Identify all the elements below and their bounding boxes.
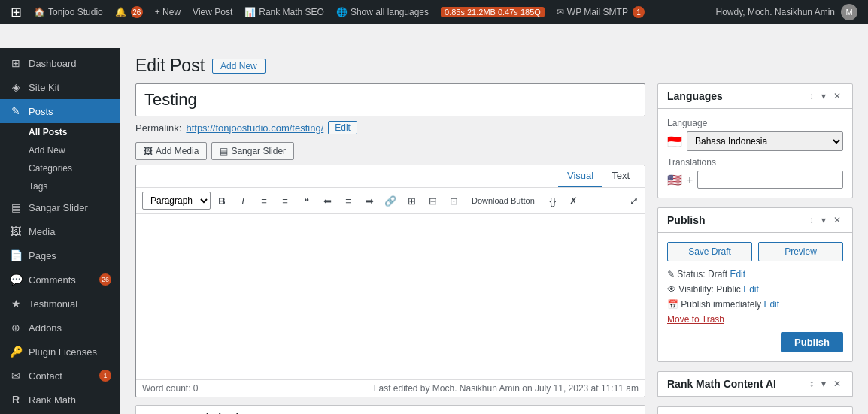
plugin-licenses-icon: 🔑 <box>9 346 23 358</box>
sidebar-item-label: Comments <box>29 274 76 286</box>
expand-icon[interactable]: ⤢ <box>630 195 639 207</box>
add-new-item[interactable]: + New <box>149 0 187 24</box>
visibility-row: 👁 Visibility: Public Edit <box>667 284 843 295</box>
align-right-button[interactable]: ➡ <box>360 191 379 210</box>
site-name-item[interactable]: 🏠 Tonjoo Studio <box>28 0 109 24</box>
bold-button[interactable]: B <box>212 191 232 210</box>
notifications-item[interactable]: 🔔 26 <box>109 0 149 24</box>
sidebar-item-pages[interactable]: 📄 Pages <box>0 243 120 267</box>
publish-close-icon[interactable]: ✕ <box>831 214 843 226</box>
clear-formatting-button[interactable]: ✗ <box>564 191 584 210</box>
sidebar-item-comments[interactable]: 💬 Comments 26 <box>0 267 120 292</box>
sidebar-item-site-kit[interactable]: ◈ Site Kit <box>0 75 120 99</box>
perf-item[interactable]: 0.85s 21.2MB 0.47s 185Q <box>435 0 551 24</box>
sidebar-item-posts[interactable]: ✎ Posts <box>0 99 120 123</box>
publish-time-edit-link[interactable]: Edit <box>763 299 779 310</box>
unordered-list-button[interactable]: ≡ <box>254 191 274 210</box>
code-button[interactable]: {} <box>543 191 563 210</box>
italic-button[interactable]: I <box>233 191 253 210</box>
sidebar-subitem-categories[interactable]: Categories <box>0 159 120 177</box>
save-draft-button[interactable]: Save Draft <box>667 242 752 261</box>
wp-mail-badge: 1 <box>633 6 645 18</box>
text-tab[interactable]: Text <box>602 165 639 187</box>
comments-badge: 26 <box>99 273 111 286</box>
rank-math-close-icon[interactable]: ✕ <box>831 378 843 390</box>
translation-input[interactable] <box>697 171 843 189</box>
status-edit-link[interactable]: Edit <box>730 269 745 280</box>
view-post-item[interactable]: View Post <box>187 0 238 24</box>
editor-footer: Word count: 0 Last edited by Moch. Nasik… <box>136 379 645 397</box>
download-button-btn[interactable]: Download Button <box>465 193 542 208</box>
editor-tabs: Visual Text <box>136 165 645 188</box>
languages-sort-icon[interactable]: ↕ <box>807 90 816 102</box>
visual-tab[interactable]: Visual <box>558 165 602 187</box>
insert-row-button[interactable]: ⊟ <box>423 191 442 210</box>
content-optimization-header[interactable]: Content Optimization ↕ ▾ ✕ <box>136 406 645 414</box>
howdy-label: Howdy, Moch. Nasikhun Amin <box>715 7 835 17</box>
insert-col-button[interactable]: ⊡ <box>444 191 463 210</box>
post-title-input[interactable] <box>135 83 645 116</box>
add-translation-icon[interactable]: + <box>687 174 693 186</box>
wp-mail-item[interactable]: ✉ WP Mail SMTP 1 <box>551 0 651 24</box>
add-new-button[interactable]: Add New <box>212 59 266 74</box>
howdy-item[interactable]: Howdy, Moch. Nasikhun Amin M <box>709 0 863 24</box>
permalink-edit-button[interactable]: Edit <box>328 121 357 134</box>
sidebar-item-sangar-slider[interactable]: ▤ Sangar Slider <box>0 195 120 219</box>
sidebar-item-addons[interactable]: ⊕ Addons <box>0 316 120 340</box>
sangar-slider-button[interactable]: ▤ Sangar Slider <box>211 142 294 160</box>
publish-button[interactable]: Publish <box>781 332 843 352</box>
rank-math-box-header[interactable]: Rank Math Content AI ↕ ▾ ✕ <box>658 372 852 397</box>
link-button[interactable]: 🔗 <box>381 191 400 210</box>
sidebar-item-media[interactable]: 🖼 Media <box>0 219 120 243</box>
sidebar-item-plugin-licenses[interactable]: 🔑 Plugin Licenses <box>0 340 120 364</box>
sidebar-item-rank-math[interactable]: R Rank Math <box>0 388 120 412</box>
visibility-edit-link[interactable]: Edit <box>743 284 759 295</box>
publish-box-header[interactable]: Publish ↕ ▾ ✕ <box>658 208 852 233</box>
insert-table-button[interactable]: ⊞ <box>402 191 421 210</box>
preview-button[interactable]: Preview <box>758 242 843 261</box>
align-left-button[interactable]: ⬅ <box>317 191 337 210</box>
sidebar-item-contact[interactable]: ✉ Contact 1 <box>0 364 120 388</box>
permalink-link[interactable]: https://tonjoostudio.com/testing/ <box>186 122 323 134</box>
sidebar-subitem-all-posts[interactable]: All Posts <box>0 123 120 141</box>
move-to-trash-link[interactable]: Move to Trash <box>667 314 843 325</box>
languages-close-icon[interactable]: ✕ <box>831 90 843 102</box>
sidebar-item-dashboard[interactable]: ⊞ Dashboard <box>0 51 120 75</box>
word-count-label: Word count: 0 <box>142 383 198 394</box>
align-center-button[interactable]: ≡ <box>338 191 358 210</box>
sidebar-subitem-add-new[interactable]: Add New <box>0 141 120 159</box>
language-select[interactable]: Bahasa Indonesia English <box>687 131 843 151</box>
publish-actions: Save Draft Preview <box>667 242 843 261</box>
mail-icon: ✉ <box>557 7 564 17</box>
show-all-languages-label: Show all languages <box>351 7 429 17</box>
rank-math-sort-icon[interactable]: ↕ <box>807 378 816 390</box>
languages-collapse-icon[interactable]: ▾ <box>819 90 828 102</box>
rank-math-item[interactable]: 📊 Rank Math SEO <box>238 0 330 24</box>
languages-box-header[interactable]: Languages ↕ ▾ ✕ <box>658 84 852 109</box>
pages-icon: 📄 <box>9 249 23 261</box>
sidebar-item-label: Dashboard <box>29 58 77 69</box>
page-wrap: Edit Post Add New Permalink: https://ton… <box>120 48 868 414</box>
ordered-list-button[interactable]: ≡ <box>275 191 295 210</box>
sidebar-item-label: Site Kit <box>29 82 59 93</box>
contact-icon: ✉ <box>9 370 23 382</box>
rank-math-icon: 📊 <box>244 7 256 17</box>
format-select[interactable]: Paragraph Heading 1 Heading 2 Heading 3 <box>142 192 211 210</box>
languages-box-title: Languages <box>667 90 723 102</box>
show-all-languages-item[interactable]: 🌐 Show all languages <box>330 0 435 24</box>
categories-box-header[interactable]: Categories ↕ ▾ ✕ <box>658 407 852 414</box>
blockquote-button[interactable]: ❝ <box>296 191 316 210</box>
sidebar-item-testimonial[interactable]: ★ Testimonial <box>0 292 120 316</box>
language-label: Language <box>667 118 843 128</box>
visibility-value: Public <box>716 284 741 295</box>
sidebar-subitem-tags[interactable]: Tags <box>0 177 120 195</box>
content-layout: Permalink: https://tonjoostudio.com/test… <box>135 83 853 414</box>
wp-logo-item[interactable]: ⊞ <box>5 0 28 24</box>
main-content: Edit Post Add New Permalink: https://ton… <box>120 48 868 414</box>
publish-sort-icon[interactable]: ↕ <box>807 214 816 226</box>
add-media-button[interactable]: 🖼 Add Media <box>135 142 207 160</box>
view-post-label: View Post <box>193 7 232 17</box>
rank-math-collapse-icon[interactable]: ▾ <box>819 378 828 390</box>
editor-body[interactable] <box>136 214 645 379</box>
publish-collapse-icon[interactable]: ▾ <box>819 214 828 226</box>
